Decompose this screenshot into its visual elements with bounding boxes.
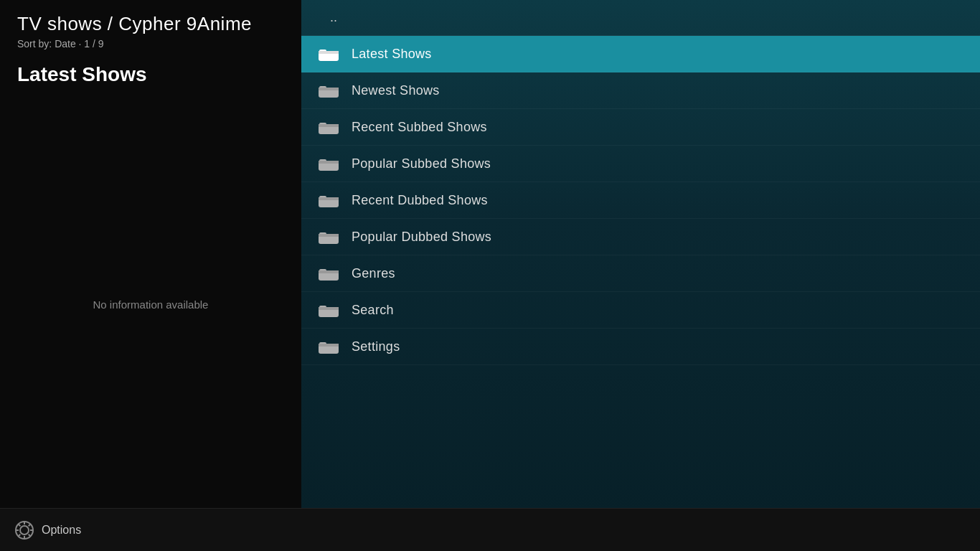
folder-icon	[319, 192, 339, 208]
section-title: Latest Shows	[17, 63, 284, 86]
svg-line-38	[29, 524, 31, 526]
menu-item-newest-shows[interactable]: Newest Shows	[301, 72, 980, 109]
menu-item-popular-subbed-shows[interactable]: Popular Subbed Shows	[301, 146, 980, 182]
menu-item-popular-dubbed-shows[interactable]: Popular Dubbed Shows	[301, 219, 980, 255]
folder-icon	[319, 83, 339, 98]
svg-rect-20	[319, 234, 339, 237]
svg-rect-23	[319, 270, 339, 273]
svg-line-39	[19, 534, 21, 536]
svg-rect-8	[319, 88, 339, 90]
menu-item-settings[interactable]: Settings	[301, 329, 980, 365]
options-label: Options	[42, 524, 81, 537]
folder-icon	[319, 156, 339, 171]
options-button[interactable]: Options	[14, 520, 81, 540]
menu-item-label-latest-shows: Latest Shows	[352, 47, 432, 62]
no-info-text: No information available	[17, 298, 284, 311]
svg-point-31	[20, 526, 29, 534]
svg-rect-11	[319, 124, 339, 127]
menu-item-genres[interactable]: Genres	[301, 255, 980, 292]
svg-rect-14	[319, 161, 339, 164]
menu-item-label-search: Search	[352, 303, 394, 318]
menu-item-label-popular-subbed-shows: Popular Subbed Shows	[352, 156, 491, 171]
svg-rect-5	[319, 51, 339, 54]
folder-icon	[319, 119, 339, 135]
menu-item-label-genres: Genres	[352, 266, 395, 281]
folder-icon	[319, 265, 339, 281]
menu-item-label-recent-dubbed-shows: Recent Dubbed Shows	[352, 193, 488, 208]
svg-line-37	[29, 534, 31, 536]
main-panel: .. Latest Shows Newest Shows Recent Subb…	[301, 0, 980, 551]
svg-rect-29	[319, 344, 339, 347]
menu-list: Latest Shows Newest Shows Recent Subbed …	[301, 36, 980, 365]
menu-item-label-recent-subbed-shows: Recent Subbed Shows	[352, 120, 487, 135]
bottom-bar: Options	[0, 508, 980, 551]
svg-line-36	[19, 524, 21, 526]
folder-icon	[319, 46, 339, 62]
menu-item-search[interactable]: Search	[301, 292, 980, 329]
folder-icon	[319, 302, 339, 318]
list-separator: ..	[301, 0, 980, 36]
menu-item-latest-shows[interactable]: Latest Shows	[301, 36, 980, 72]
menu-item-recent-dubbed-shows[interactable]: Recent Dubbed Shows	[301, 182, 980, 219]
menu-item-label-newest-shows: Newest Shows	[352, 83, 440, 98]
folder-icon	[319, 229, 339, 245]
svg-rect-26	[319, 307, 339, 310]
menu-item-label-settings: Settings	[352, 339, 400, 354]
left-panel: Latest Shows No information available	[0, 63, 301, 508]
menu-item-label-popular-dubbed-shows: Popular Dubbed Shows	[352, 230, 491, 245]
kodi-icon	[14, 520, 34, 540]
svg-rect-17	[319, 197, 339, 200]
menu-item-recent-subbed-shows[interactable]: Recent Subbed Shows	[301, 109, 980, 146]
folder-icon	[319, 339, 339, 354]
